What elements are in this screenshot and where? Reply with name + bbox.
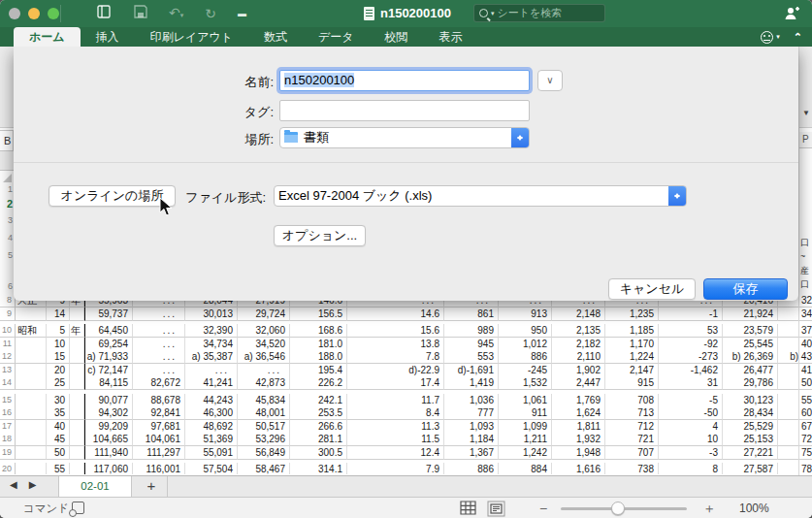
grid-cell: 29,724 xyxy=(238,308,290,321)
grid-cell: 242.1 xyxy=(290,394,347,407)
grid-cell: 1,012 xyxy=(499,338,552,351)
grid-cell: 88,678 xyxy=(133,394,185,407)
save-icon[interactable] xyxy=(134,5,147,22)
next-sheet-icon[interactable]: ▶ xyxy=(29,479,37,490)
zoom-out-button[interactable]: − xyxy=(539,501,547,516)
ribbon-tab-0[interactable]: ホーム xyxy=(14,27,81,47)
save-dialog: 名前: n150200100 ∨ タグ: 場所: 書類 オンラインの場所 ファイ… xyxy=(14,47,798,301)
grid-cell xyxy=(70,446,84,460)
tags-field[interactable] xyxy=(279,100,530,121)
zoom-slider-knob[interactable] xyxy=(611,502,625,515)
grid-cell: 26,477 xyxy=(723,364,778,377)
share-person-icon[interactable] xyxy=(783,6,800,23)
grid-cell: 8 xyxy=(659,463,723,474)
grid-cell: 48,001 xyxy=(238,406,290,420)
name-box[interactable]: B xyxy=(0,130,14,151)
zoom-in-button[interactable]: ＋ xyxy=(702,501,716,518)
grid-cell: 1,616 xyxy=(552,463,605,474)
grid-cell: 53,296 xyxy=(238,433,290,446)
ribbon-tab-4[interactable]: データ xyxy=(303,27,370,47)
grid-cell xyxy=(16,338,47,351)
where-dropdown[interactable]: 書類 xyxy=(279,127,530,148)
save-button[interactable]: 保存 xyxy=(703,278,788,300)
prev-sheet-icon[interactable]: ◀ xyxy=(10,479,17,490)
page-layout-view-icon[interactable] xyxy=(487,501,505,518)
zoom-button[interactable] xyxy=(48,8,59,19)
sidebar-toggle-icon[interactable] xyxy=(97,5,113,22)
ribbon-tab-1[interactable]: 挿入 xyxy=(81,27,135,47)
add-sheet-button[interactable]: + xyxy=(142,476,161,497)
grid-cell: 226.2 xyxy=(290,376,347,390)
search-scope-chevron-icon[interactable]: ▾ xyxy=(491,10,495,17)
grid-cell: 314.1 xyxy=(290,463,347,474)
undo-icon[interactable]: ↶▾ xyxy=(169,4,183,24)
row-header[interactable]: 5 xyxy=(0,250,13,260)
grid-cell: -3 xyxy=(659,446,723,460)
row-header[interactable]: 4 xyxy=(0,233,13,243)
grid-cell: 28,434 xyxy=(723,406,778,420)
redo-icon[interactable]: ↻ xyxy=(205,5,216,22)
file-format-dropdown[interactable]: Excel 97-2004 ブック (.xls) xyxy=(274,185,687,207)
grid-cell: 40 xyxy=(47,420,70,434)
grid-cell: d)-22.9 xyxy=(347,364,444,377)
table-row: 153090,07788,67844,24345,834242.111.71,0… xyxy=(0,394,812,407)
sheet-tabstrip: ◀ ▶ 02-01 + xyxy=(0,475,812,497)
grid-cell: 1,093 xyxy=(444,420,499,434)
grid-cell: 777 xyxy=(444,406,499,420)
normal-view-icon[interactable] xyxy=(460,501,476,518)
cancel-button[interactable]: キャンセル xyxy=(608,278,696,300)
row-header[interactable]: 6 xyxy=(0,281,13,291)
column-header-p[interactable]: P xyxy=(799,132,812,148)
grid-cell: 20 xyxy=(47,364,70,377)
ribbon-tab-2[interactable]: 印刷レイアウト xyxy=(135,27,248,47)
grid-cell: 2,135 xyxy=(552,324,605,338)
minimize-button[interactable] xyxy=(28,8,40,19)
expand-dialog-button[interactable]: ∨ xyxy=(537,70,563,91)
grid-cell: 53 xyxy=(659,324,723,338)
grid-cell: 99,209 xyxy=(84,420,133,434)
options-button[interactable]: オプション... xyxy=(274,225,366,246)
select-all-corner[interactable] xyxy=(3,174,12,182)
close-button[interactable] xyxy=(9,8,20,19)
grid-cell: 281.1 xyxy=(290,433,347,446)
grid-cell xyxy=(16,308,47,321)
ribbon-tab-6[interactable]: 表示 xyxy=(424,27,478,47)
ribbon-tab-5[interactable]: 校閲 xyxy=(370,27,424,47)
grid-cell: 168.6 xyxy=(290,324,347,338)
grid-cell: 1,932 xyxy=(552,433,605,446)
toolbar-options-icon[interactable]: ▬ xyxy=(238,5,246,22)
collapse-ribbon-icon[interactable]: ⌃ xyxy=(794,31,802,44)
search-input[interactable]: ▾ シートを検索 xyxy=(473,4,605,22)
grid-cell: 48,692 xyxy=(185,420,238,434)
grid-cell: 1,769 xyxy=(552,394,605,407)
macro-record-icon[interactable] xyxy=(72,502,84,514)
grid-cell: 11.3 xyxy=(347,420,444,434)
grid-cell: ... xyxy=(133,364,185,377)
row-header[interactable]: 3 xyxy=(0,215,13,225)
grid-cell: 1,811 xyxy=(552,420,605,434)
grid-cell: 51,369 xyxy=(185,433,238,446)
sheet-tab-02-01[interactable]: 02-01 xyxy=(58,476,132,497)
grid-cell: 97,681 xyxy=(133,420,185,434)
table-row: 1950111,940111,29755,09156,849300.512.41… xyxy=(0,446,812,460)
traffic-lights xyxy=(9,8,59,19)
filename-field[interactable]: n150200100 xyxy=(279,70,530,91)
grid-cell: 25,153 xyxy=(723,433,778,446)
online-locations-button[interactable]: オンラインの場所 xyxy=(49,185,176,207)
grid-cell: 945 xyxy=(444,338,499,351)
feedback-smiley-icon[interactable]: ▾ xyxy=(761,31,780,44)
chevron-down-icon[interactable]: ▼ xyxy=(802,109,810,117)
grid-cell: -92 xyxy=(659,338,723,351)
ribbon-tab-3[interactable]: 数式 xyxy=(248,27,303,47)
grid-cell xyxy=(70,338,84,351)
grid-cell: 13.8 xyxy=(347,338,444,351)
grid-cell: 56,849 xyxy=(238,446,290,460)
grid-cell xyxy=(16,420,47,434)
row-header[interactable]: 1 xyxy=(0,184,13,194)
row-header[interactable]: 2 xyxy=(0,198,13,210)
grid-cell xyxy=(16,364,47,377)
grid-cell: 84,115 xyxy=(84,376,133,390)
zoom-slider[interactable] xyxy=(561,507,687,510)
grid-cell: 82,672 xyxy=(133,376,185,390)
cell-text-fragment: 産 xyxy=(800,265,812,277)
